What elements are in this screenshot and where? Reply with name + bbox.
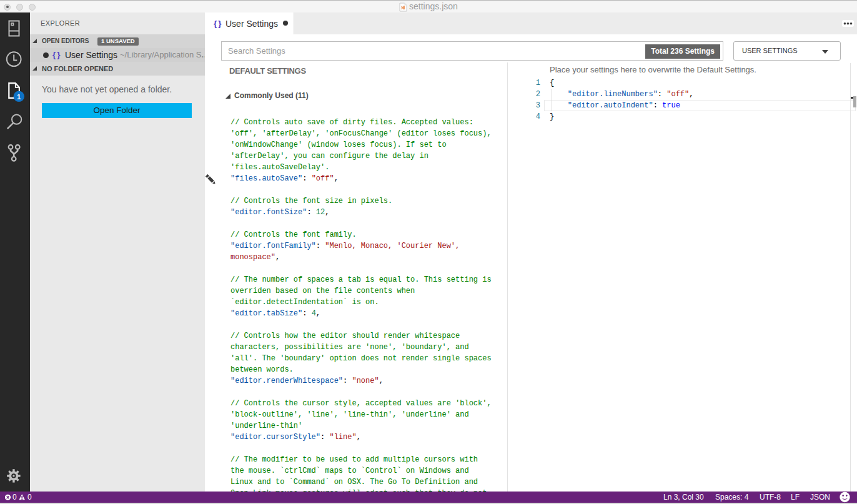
svg-text:1: 1 [17, 93, 21, 101]
